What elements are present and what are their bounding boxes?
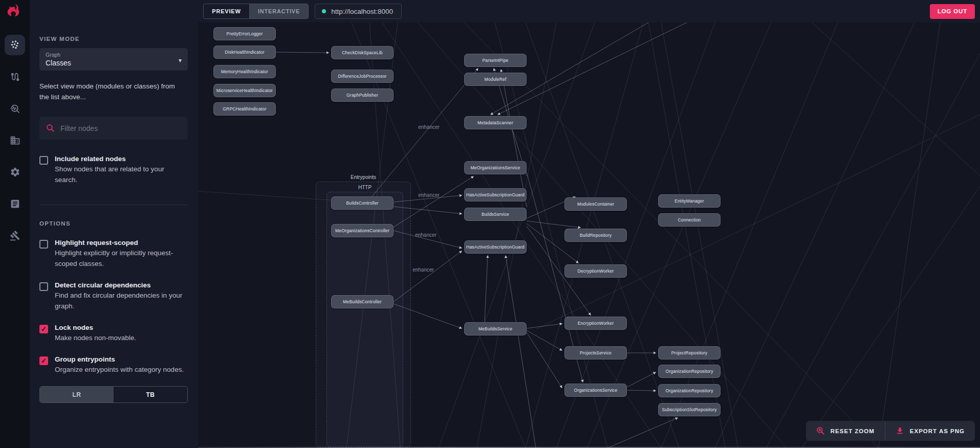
option-title: Highlight request-scoped bbox=[55, 239, 185, 247]
option-title: Detect circular dependencies bbox=[55, 281, 185, 289]
graph-select-label: Graph bbox=[46, 52, 182, 58]
direction-toggle: LR TB bbox=[39, 386, 188, 403]
option-description: Organize entrypoints with category nodes… bbox=[55, 364, 185, 375]
left-panel: VIEW MODE Graph Classes ▾ Select view mo… bbox=[30, 23, 198, 448]
chevron-down-icon: ▾ bbox=[179, 57, 182, 64]
panel-divider bbox=[39, 205, 188, 205]
graph-node[interactable]: MeOrganizationsService bbox=[464, 161, 527, 174]
render-mode-tabs: PREVIEW INTERACTIVE bbox=[203, 4, 309, 19]
graph-node[interactable]: BuildRepository bbox=[564, 229, 627, 242]
option-description: Highlight explicitly or implicitly reque… bbox=[55, 248, 185, 269]
svg-text:enhancer: enhancer bbox=[412, 267, 434, 273]
tab-interactive[interactable]: INTERACTIVE bbox=[249, 4, 308, 18]
graph-node[interactable]: GRPCHealthIndicator bbox=[213, 102, 276, 116]
sidebar-item-routes[interactable] bbox=[5, 66, 25, 87]
graph-node[interactable]: ModuleRef bbox=[464, 73, 527, 86]
graph-node[interactable]: EncryptionWorker bbox=[564, 317, 627, 330]
scatter-dots-icon bbox=[10, 40, 20, 50]
option-checkbox[interactable] bbox=[39, 240, 48, 249]
sidebar-item-graph-view[interactable] bbox=[5, 35, 25, 55]
reset-zoom-button[interactable]: RESET ZOOM bbox=[806, 421, 885, 441]
option-row: Detect circular dependenciesFind and fix… bbox=[39, 281, 188, 311]
graph-node[interactable]: MetadataScanner bbox=[464, 116, 527, 129]
svg-text:enhancer: enhancer bbox=[415, 232, 437, 238]
app-logo[interactable] bbox=[0, 0, 30, 23]
graph-node[interactable]: DecryptionWorker bbox=[564, 264, 627, 278]
include-related-row: Include related nodes Show nodes that ar… bbox=[39, 155, 188, 185]
graph-node[interactable]: SubscriptionSlotRepository bbox=[658, 403, 721, 416]
option-row: Highlight request-scopedHighlight explic… bbox=[39, 239, 188, 269]
graph-node[interactable]: EntityManager bbox=[658, 194, 721, 208]
include-related-checkbox[interactable] bbox=[39, 156, 48, 165]
graph-node[interactable]: Connection bbox=[658, 213, 721, 227]
graph-node[interactable]: OrganizationRepository bbox=[658, 384, 721, 397]
reset-zoom-label: RESET ZOOM bbox=[831, 428, 875, 434]
view-mode-description: Select view mode (modules or classes) fr… bbox=[39, 81, 179, 102]
graph-node[interactable]: ParseIntPipe bbox=[464, 54, 527, 67]
graph-node[interactable]: BuildsController bbox=[331, 196, 394, 210]
direction-tb-button[interactable]: TB bbox=[114, 387, 187, 402]
server-url-field[interactable]: http://localhost:8000 bbox=[315, 4, 402, 19]
sidebar-item-organizations[interactable] bbox=[5, 130, 25, 150]
buildings-icon bbox=[10, 135, 20, 146]
filter-placeholder: Filter nodes bbox=[60, 124, 98, 132]
graph-node[interactable]: HasActiveSubscriptionGuard bbox=[464, 188, 527, 201]
route-icon bbox=[10, 72, 20, 82]
nestjs-logo-icon bbox=[6, 3, 24, 20]
graph-node[interactable]: MeBuildsService bbox=[464, 322, 527, 335]
options-heading: OPTIONS bbox=[39, 220, 188, 227]
graph-node[interactable]: MeOrganizationsController bbox=[331, 224, 394, 237]
option-description: Make nodes non-movable. bbox=[55, 332, 185, 343]
logout-button[interactable]: LOG OUT bbox=[930, 4, 975, 19]
topbar: PREVIEW INTERACTIVE http://localhost:800… bbox=[30, 0, 980, 23]
export-png-button[interactable]: EXPORT AS PNG bbox=[885, 421, 975, 441]
sidebar-item-inspect[interactable] bbox=[5, 98, 25, 119]
option-row: ✓Group entrypointsOrganize entrypoints w… bbox=[39, 355, 188, 375]
option-row: ✓Lock nodesMake nodes non-movable. bbox=[39, 324, 188, 343]
option-checkbox[interactable] bbox=[39, 282, 48, 291]
graph-node[interactable]: ProjectRepository bbox=[658, 346, 721, 360]
graph-node[interactable]: MemoryHealthIndicator bbox=[213, 65, 276, 78]
graph-node[interactable]: GraphPublisher bbox=[331, 88, 394, 102]
server-status-dot bbox=[322, 9, 326, 13]
include-related-title: Include related nodes bbox=[55, 155, 185, 163]
search-pulse-icon bbox=[10, 103, 20, 114]
gear-icon bbox=[10, 167, 20, 177]
graph-node[interactable]: HasActiveSubscriptionGuard bbox=[464, 240, 527, 254]
export-png-label: EXPORT AS PNG bbox=[910, 428, 965, 434]
gavel-icon bbox=[10, 230, 20, 241]
graph-node[interactable]: MeBuildsController bbox=[331, 295, 394, 308]
graph-node[interactable]: BuildsService bbox=[464, 208, 527, 221]
graph-node[interactable]: CheckDiskSpaceLib bbox=[331, 46, 394, 59]
graph-node[interactable]: OrganizationsService bbox=[564, 384, 627, 397]
article-icon bbox=[10, 198, 20, 209]
direction-lr-button[interactable]: LR bbox=[40, 387, 114, 402]
options-list: Highlight request-scopedHighlight explic… bbox=[39, 239, 188, 375]
option-checkbox[interactable]: ✓ bbox=[39, 356, 48, 365]
graph-canvas[interactable]: EntrypointsHTTPenhancerenhancerenhancere… bbox=[198, 23, 980, 448]
graph-node[interactable]: ProjectsService bbox=[564, 346, 627, 360]
sidebar-item-settings[interactable] bbox=[5, 162, 25, 182]
option-title: Group entrypoints bbox=[55, 355, 185, 363]
graph-select[interactable]: Graph Classes ▾ bbox=[39, 48, 188, 71]
server-url: http://localhost:8000 bbox=[331, 8, 393, 15]
search-icon bbox=[46, 124, 55, 132]
sidebar-item-docs[interactable] bbox=[5, 193, 25, 214]
svg-text:enhancer: enhancer bbox=[418, 124, 440, 130]
icon-rail bbox=[0, 23, 30, 448]
sidebar-item-legal[interactable] bbox=[5, 225, 25, 245]
graph-node[interactable]: DifferenceJobProcessor bbox=[331, 70, 394, 83]
graph-select-value: Classes bbox=[46, 59, 182, 67]
graph-node[interactable]: ModulesContainer bbox=[564, 197, 627, 211]
canvas-actions: RESET ZOOM EXPORT AS PNG bbox=[806, 421, 975, 441]
app-root: PREVIEW INTERACTIVE http://localhost:800… bbox=[0, 0, 980, 448]
graph-node[interactable]: PrettyErrorLogger bbox=[213, 27, 276, 40]
graph-node[interactable]: MicroserviceHealthIndicator bbox=[213, 84, 276, 97]
graph-node[interactable]: OrganizationRepository bbox=[658, 365, 721, 378]
tab-preview[interactable]: PREVIEW bbox=[204, 4, 249, 18]
include-related-description: Show nodes that are related to your sear… bbox=[55, 164, 185, 185]
zoom-reset-icon bbox=[816, 427, 825, 435]
option-checkbox[interactable]: ✓ bbox=[39, 325, 48, 333]
filter-nodes-input[interactable]: Filter nodes bbox=[39, 117, 188, 140]
graph-node[interactable]: DiskHealthIndicator bbox=[213, 46, 276, 59]
